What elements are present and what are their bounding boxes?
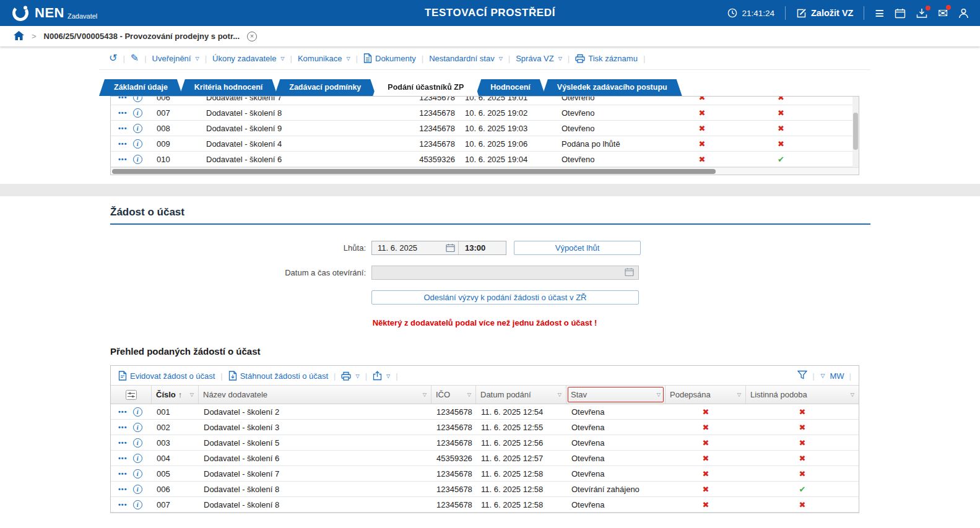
row-info-icon[interactable]: i xyxy=(133,423,142,432)
cell-podepsana: ✖ xyxy=(662,155,742,164)
table-row[interactable]: ••• i 008 Dodavatel - školení 9 12345678… xyxy=(111,121,852,136)
row-menu-icon[interactable]: ••• xyxy=(118,124,128,132)
menu-dokumenty[interactable]: Dokumenty xyxy=(363,53,416,63)
table-row[interactable]: ••• i 003 Dodavatel - školení 5 12345678… xyxy=(111,435,859,451)
column-settings-button[interactable] xyxy=(111,386,152,404)
record-toolbar: ↺ | ✎ | Uveřejnění ▽ | Úkony zadavatele … xyxy=(99,46,870,70)
row-menu-icon[interactable]: ••• xyxy=(118,408,128,415)
tab-kriteria-hodnoceni[interactable]: Kritéria hodnocení xyxy=(180,79,277,96)
row-info-icon[interactable]: i xyxy=(133,108,142,118)
cell-podepsana: ✖ xyxy=(666,407,746,417)
row-info-icon[interactable]: i xyxy=(133,438,142,448)
home-icon[interactable] xyxy=(14,31,24,42)
mw-dropdown-icon[interactable]: ▽ xyxy=(821,373,825,379)
tab-podani-ucastniku-zp[interactable]: Podání účastníků ZP xyxy=(373,79,479,96)
row-menu-icon[interactable]: ••• xyxy=(118,439,128,446)
menu-sprava-vz[interactable]: Správa VZ ▽ xyxy=(516,54,562,63)
column-filter-icon[interactable]: ▽ xyxy=(851,392,854,397)
column-header-listinna-podoba[interactable]: Listinná podoba ▽ xyxy=(746,386,859,404)
row-info-icon[interactable]: i xyxy=(133,97,142,102)
evidovat-zadost-button[interactable]: Evidovat žádost o účast xyxy=(118,371,215,381)
tab-zakladni-udaje[interactable]: Základní údaje xyxy=(99,79,183,96)
user-icon[interactable] xyxy=(958,8,969,19)
lhuta-time-value[interactable]: 13:00 xyxy=(459,243,506,253)
table-row[interactable]: ••• i 009 Dodavatel - školení 4 12345678… xyxy=(111,136,852,152)
column-header-nazev-dodavatele[interactable]: Název dodavatele ▽ xyxy=(199,386,431,404)
filter-icon[interactable] xyxy=(797,370,807,381)
row-menu-icon[interactable]: ••• xyxy=(118,109,128,116)
column-filter-icon[interactable]: ▽ xyxy=(190,392,194,397)
column-header-datum-podani[interactable]: Datum podání ▽ xyxy=(476,386,566,404)
column-header-stav[interactable]: Stav ▽ xyxy=(566,386,666,404)
table-row[interactable]: ••• i 001 Dodavatel - školení 2 12345678… xyxy=(111,404,859,420)
history-undo-icon[interactable]: ↺ xyxy=(109,53,117,63)
table-row[interactable]: ••• i 010 Dodavatel - školení 6 45359326… xyxy=(111,152,852,167)
row-menu-icon[interactable]: ••• xyxy=(118,454,128,462)
column-filter-icon[interactable]: ▽ xyxy=(558,392,562,397)
row-info-icon[interactable]: i xyxy=(133,155,142,164)
table-row[interactable]: ••• i 007 Dodavatel - školení 8 12345678… xyxy=(111,105,852,121)
odeslani-vyzvy-button[interactable]: Odeslání výzvy k podání žádosti o účast … xyxy=(371,290,639,305)
row-info-icon[interactable]: i xyxy=(133,454,142,463)
row-menu-icon[interactable]: ••• xyxy=(118,423,128,431)
tab-hodnoceni[interactable]: Hodnocení xyxy=(475,79,545,96)
vertical-scrollbar[interactable] xyxy=(852,97,859,167)
vypocet-lhut-button[interactable]: Výpočet lhůt xyxy=(514,241,641,255)
row-menu-icon[interactable]: ••• xyxy=(118,97,128,101)
horizontal-scrollbar-thumb[interactable] xyxy=(112,169,716,174)
column-filter-icon[interactable]: ▽ xyxy=(737,392,741,397)
close-record-icon[interactable]: × xyxy=(247,32,257,41)
calendar-picker-icon[interactable] xyxy=(446,243,455,253)
table-row[interactable]: ••• i 005 Dodavatel - školení 7 12345678… xyxy=(111,466,859,482)
tab-vysledek-zadavaciho-postupu[interactable]: Výsledek zadávacího postupu xyxy=(542,79,682,96)
row-menu-icon[interactable]: ••• xyxy=(118,485,128,493)
menu-nestandardni-stav[interactable]: Nestandardní stav ▽ xyxy=(429,54,503,63)
row-info-icon[interactable]: i xyxy=(133,485,142,494)
row-menu-icon[interactable]: ••• xyxy=(118,470,128,477)
row-info-icon[interactable]: i xyxy=(133,124,142,133)
mail-icon[interactable]: ✉ xyxy=(938,7,948,19)
column-header-ico[interactable]: IČO ▽ xyxy=(431,386,476,404)
menu-ukony-zadavatele[interactable]: Úkony zadavatele ▽ xyxy=(212,54,285,63)
table-row[interactable]: ••• i 002 Dodavatel - školení 3 12345678… xyxy=(111,420,859,435)
menu-tisk-zaznamu[interactable]: Tisk záznamu xyxy=(575,54,638,63)
row-actions: ••• i xyxy=(111,124,152,133)
row-menu-icon[interactable]: ••• xyxy=(118,501,128,508)
row-info-icon[interactable]: i xyxy=(133,407,142,417)
row-actions: ••• i xyxy=(111,500,152,509)
row-menu-icon[interactable]: ••• xyxy=(118,155,128,163)
column-filter-icon[interactable]: ▽ xyxy=(467,392,471,397)
column-filter-icon[interactable]: ▽ xyxy=(423,392,427,397)
row-actions: ••• i xyxy=(111,423,152,432)
table-row[interactable]: ••• i 004 Dodavatel - školení 6 45359326… xyxy=(111,451,859,466)
menu-komunikace[interactable]: Komunikace ▽ xyxy=(298,54,350,63)
cell-datum-podani: 11. 6. 2025 12:55 xyxy=(476,423,566,432)
column-header-cislo[interactable]: Číslo ↑ ▽ xyxy=(152,386,199,404)
print-table-button[interactable]: ▽ xyxy=(341,371,359,381)
row-info-icon[interactable]: i xyxy=(133,500,142,509)
tab-zadavaci-podminky[interactable]: Zadávací podmínky xyxy=(274,79,376,96)
export-button[interactable]: ▽ xyxy=(373,371,390,381)
menu-uverejneni[interactable]: Uveřejnění ▽ xyxy=(152,54,199,63)
table-row[interactable]: ••• i 007 Dodavatel - školení 8 12345678… xyxy=(111,497,859,513)
stahnout-zadosti-button[interactable]: Stáhnout žádosti o účast xyxy=(228,371,328,381)
lhuta-date-value[interactable]: 11. 6. 2025 xyxy=(372,243,446,253)
row-info-icon[interactable]: i xyxy=(133,469,142,478)
download-icon[interactable] xyxy=(916,8,927,19)
row-info-icon[interactable]: i xyxy=(133,139,142,149)
column-header-podepsana[interactable]: Podepsána ▽ xyxy=(666,386,746,404)
mw-label[interactable]: MW xyxy=(830,371,844,381)
edit-record-icon[interactable]: ✎ xyxy=(131,53,139,63)
lhuta-datetime-field[interactable]: 11. 6. 2025 13:00 xyxy=(371,241,506,255)
table-row[interactable]: ••• i 006 Dodavatel - školení 7 12345678… xyxy=(111,97,852,105)
vertical-scrollbar-thumb[interactable] xyxy=(853,113,858,150)
horizontal-scrollbar[interactable] xyxy=(111,167,859,175)
breadcrumb-record[interactable]: N006/25/V00005438 - Provozování prodejny… xyxy=(44,32,240,41)
column-filter-icon[interactable]: ▽ xyxy=(657,392,661,397)
create-vz-button[interactable]: Založit VZ xyxy=(796,8,853,19)
nen-home-link[interactable]: NEN Zadavatel xyxy=(11,4,97,22)
row-menu-icon[interactable]: ••• xyxy=(118,140,128,147)
calendar-icon[interactable] xyxy=(895,8,906,19)
menu-icon[interactable]: ≡ xyxy=(875,6,884,21)
table-row[interactable]: ••• i 006 Dodavatel - školení 8 12345678… xyxy=(111,482,859,497)
